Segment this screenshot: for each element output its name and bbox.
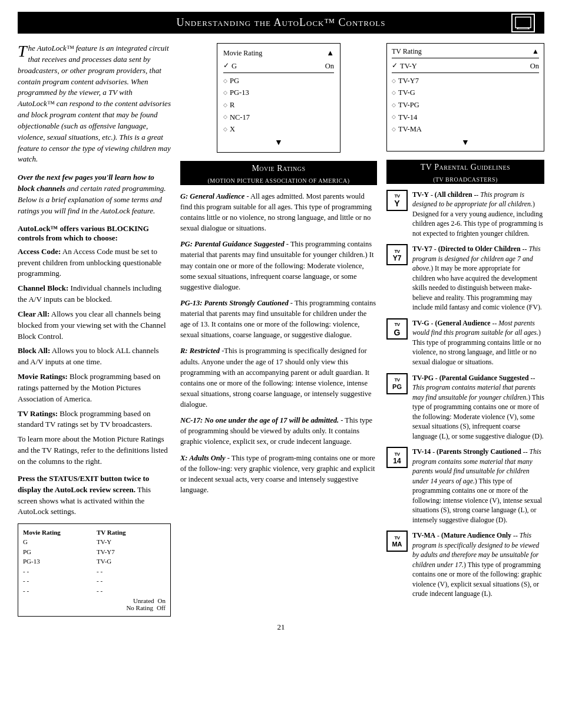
footer-no-rating: No Rating <box>126 604 153 611</box>
tv-y7-entry-label: TV-Y7 <box>412 245 432 253</box>
bottom-movie-col-label: Movie Rating <box>23 529 92 536</box>
bottom-box-inner: Movie Rating G PG PG-13 - - - - - - TV R… <box>23 529 166 595</box>
x-label: X <box>230 123 235 136</box>
bottom-footer: Unrated On <box>23 597 166 604</box>
tv-rating-ma[interactable]: ◇ TV-MA <box>392 123 539 136</box>
tv-g-guide-text: TV-G - (General Audience -- Most parents… <box>412 318 544 367</box>
footer-off-label: Off <box>157 604 166 611</box>
status-notice-bold: Press the STATUS/EXIT button twice to di… <box>18 474 149 494</box>
controls-item-movie-ratings: Movie Ratings: Block programming based o… <box>18 371 171 405</box>
bottom-movie-row-0: G <box>23 537 92 547</box>
rating-entry-g: G: General Audience - All ages admitted.… <box>180 191 377 234</box>
bold-intro: Over the next few pages you'll learn how… <box>18 172 171 216</box>
tv-rating-box-header: TV Rating ▲ <box>392 47 539 58</box>
tv-pg-badge: TV PG <box>386 373 408 394</box>
x-entry-label: X: Adults Only <box>180 454 226 462</box>
tv-rating-y7[interactable]: ◇ TV-Y7 <box>392 75 539 87</box>
tv-rating-down-arrow[interactable]: ▼ <box>392 138 539 147</box>
movie-ratings-label: Movie Ratings: <box>18 372 68 381</box>
movie-ratings-header: Movie Ratings <box>180 161 377 176</box>
tv-guidelines-subheader: (TV Broadcasters) <box>386 175 544 184</box>
rating-entry-pg: PG: Parental Guidance Suggested - This p… <box>180 239 377 292</box>
rating-entry-nc17: NC-17: No one under the age of 17 will b… <box>180 415 377 447</box>
tv-guide-entry-y: TV Y TV-Y - (All children -- This progra… <box>386 190 544 239</box>
header-title: Understanding the AutoLock™ Controls <box>176 17 385 29</box>
bottom-tv-row-2: TV-G <box>97 556 166 566</box>
tv-14-guide-text: TV-14 - (Parents Strongly Cautioned -- T… <box>412 447 544 525</box>
intro-text: he AutoLock™ feature is an integrated ci… <box>18 44 171 163</box>
access-code-label: Access Code: <box>18 247 61 256</box>
pg-label: PG <box>230 75 239 87</box>
tv-icon <box>511 14 535 32</box>
controls-item-clear-all: Clear All: Allows you clear all channels… <box>18 309 171 342</box>
tv-guide-entry-y7: TV Y7 TV-Y7 - (Directed to Older Childre… <box>386 244 544 312</box>
tv-y-checked-label: TV-Y <box>400 60 417 73</box>
check-icon-tv: ✓ <box>392 60 398 72</box>
tv-rating-checked-row: ✓ TV-Y On <box>392 60 539 73</box>
tv-y7-badge: TV Y7 <box>386 244 408 265</box>
tv-y-badge-bottom: Y <box>394 199 399 207</box>
movie-rating-on: On <box>325 60 334 73</box>
ratings-content: G: General Audience - All ages admitted.… <box>180 191 377 495</box>
tv-14-badge-bottom: 14 <box>393 457 401 465</box>
tv-pg-badge-bottom: PG <box>392 384 402 390</box>
page-number: 21 <box>18 622 544 632</box>
tv-rating-14[interactable]: ◇ TV-14 <box>392 111 539 124</box>
movie-rating-g-label: G <box>232 60 237 73</box>
tv-y7-text: ) It may be more appropriate for childre… <box>412 264 542 311</box>
tv-pg-bold: (Parental Guidance Suggested <box>439 374 529 382</box>
tv-guide-entry-g: TV G TV-G - (General Audience -- Most pa… <box>386 318 544 367</box>
tv-y-badge: TV Y <box>386 190 408 211</box>
tv-rating-g[interactable]: ◇ TV-G <box>392 87 539 99</box>
tv-rating-pg[interactable]: ◇ TV-PG <box>392 99 539 111</box>
tv-guidelines-header: TV Parental Guidelines <box>386 160 544 175</box>
bottom-box: Movie Rating G PG PG-13 - - - - - - TV R… <box>18 523 171 617</box>
pg-entry-label: PG: Parental Guidance Suggested <box>180 240 285 248</box>
tv-rating-box[interactable]: TV Rating ▲ ✓ TV-Y On ◇ TV-Y7 ◇ TV-G <box>386 43 544 151</box>
rating-entry-x: X: Adults Only - This type of program-mi… <box>180 453 377 496</box>
tv-y7-badge-bottom: Y7 <box>393 255 402 262</box>
controls-item-access-code: Access Code: An Access Code must be set … <box>18 246 171 280</box>
dropcap: T <box>18 43 27 60</box>
rating-entry-r: R: Restricted -This is programming is sp… <box>180 345 377 410</box>
bottom-tv-row-1: TV-Y7 <box>97 547 166 557</box>
movie-rating-divider: ✓ G On <box>223 60 334 73</box>
more-info-text: To learn more about the Motion Picture R… <box>18 434 168 466</box>
col-mid: Movie Rating ▲ ✓ G On ◇ PG ◇ PG-13 <box>180 43 377 500</box>
intro-paragraph: The AutoLock™ feature is an integrated c… <box>18 43 171 165</box>
controls-title: AutoLock™ offers various BLOCKING contro… <box>18 224 171 243</box>
movie-rating-up-arrow[interactable]: ▲ <box>326 48 334 58</box>
footer-on-label: On <box>158 597 166 604</box>
movie-rating-pg[interactable]: ◇ PG <box>223 75 334 87</box>
movie-rating-nc17[interactable]: ◇ NC-17 <box>223 111 334 124</box>
movie-rating-x[interactable]: ◇ X <box>223 123 334 136</box>
tv-ma-entry-label: TV-MA <box>412 531 435 539</box>
bottom-tv-row-0: TV-Y <box>97 537 166 547</box>
tv-guide-entry-pg: TV PG TV-PG - (Parental Guidance Suggest… <box>386 373 544 442</box>
check-icon: ✓ <box>223 60 229 72</box>
bottom-tv-row-4: - - <box>97 576 166 586</box>
movie-rating-box[interactable]: Movie Rating ▲ ✓ G On ◇ PG ◇ PG-13 <box>217 43 340 153</box>
tv-rating-up-arrow[interactable]: ▲ <box>532 47 539 56</box>
movie-rating-down-arrow[interactable]: ▼ <box>223 138 334 147</box>
controls-item-block-all: Block All: Allows you to block ALL chann… <box>18 345 171 368</box>
movie-rating-checked-row: ✓ G On <box>223 60 334 73</box>
tv-guide-entry-ma: TV MA TV-MA - (Mature Audience Only -- T… <box>386 531 544 599</box>
tv-g-entry-label: TV-G <box>412 319 429 327</box>
col-right: TV Rating ▲ ✓ TV-Y On ◇ TV-Y7 ◇ TV-G <box>386 43 544 605</box>
tv-rating-title: TV Rating <box>392 47 422 56</box>
controls-item-channel-block: Channel Block: Individual channels inclu… <box>18 283 171 305</box>
tv-pg-guide-text: TV-PG - (Parental Guidance Suggested -- … <box>412 373 544 442</box>
movie-rating-pg13[interactable]: ◇ PG-13 <box>223 87 334 99</box>
bottom-movie-row-5: - - <box>23 586 92 596</box>
tv-rating-divider: ✓ TV-Y On <box>392 60 539 73</box>
movie-rating-r[interactable]: ◇ R <box>223 99 334 111</box>
r-label: R <box>230 99 234 111</box>
movie-ratings-header-text: Movie Ratings <box>252 164 305 173</box>
tv-14-label: TV-14 <box>398 111 417 124</box>
tv-y7-bold: (Directed to Older Children <box>438 245 521 253</box>
tv-g-label: TV-G <box>398 87 415 99</box>
r-entry-text: This is programming is specifically desi… <box>180 347 372 409</box>
diamond-pg13: ◇ <box>223 88 227 97</box>
tv-14-bold: (Parents Strongly Cautioned <box>437 447 521 456</box>
